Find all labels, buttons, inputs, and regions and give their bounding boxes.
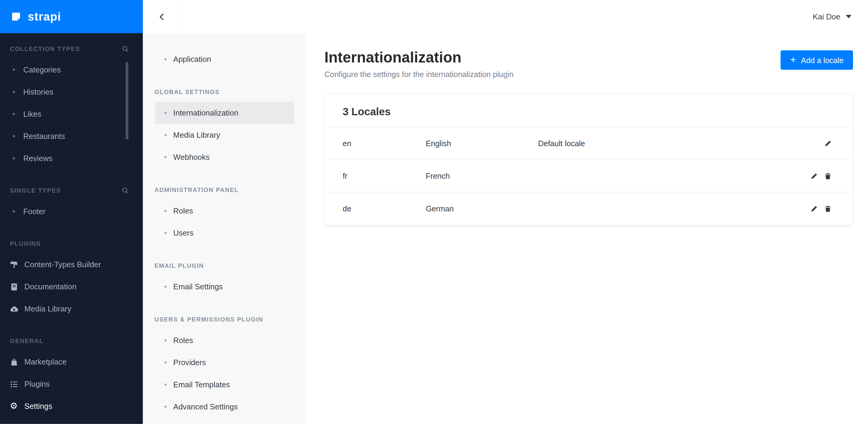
- locale-name: English: [426, 139, 538, 148]
- subnav-item-email-templates[interactable]: Email Templates: [155, 374, 294, 396]
- row-actions: [810, 172, 831, 180]
- sidebar-item-settings[interactable]: ⚙ Settings: [0, 395, 143, 417]
- subnav-item-label: Internationalization: [173, 108, 238, 118]
- subnav-item-up-roles[interactable]: Roles: [155, 329, 294, 352]
- sidebar-section-general: GENERAL Marketplace: [0, 335, 143, 417]
- sidebar-item-media-library[interactable]: Media Library: [0, 298, 143, 320]
- bullet-icon: [13, 157, 15, 159]
- search-icon[interactable]: [122, 187, 129, 194]
- subnav-item-advanced-settings[interactable]: Advanced Settings: [155, 396, 294, 418]
- subnav-item-label: Roles: [173, 206, 193, 215]
- topbar: Kai Doe: [143, 0, 868, 33]
- subnav-item-admin-users[interactable]: Users: [155, 222, 294, 244]
- subnav-item-label: Application: [173, 55, 211, 64]
- page-subtitle: Configure the settings for the internati…: [324, 70, 513, 79]
- sidebar-item-label: Documentation: [24, 282, 76, 291]
- edit-icon[interactable]: [810, 172, 818, 180]
- settings-subnav: Application GLOBAL SETTINGS Internationa…: [143, 33, 306, 424]
- sidebar-item-footer[interactable]: Footer: [0, 200, 143, 223]
- bullet-icon: [164, 405, 166, 407]
- sidebar-item-label: Marketplace: [24, 358, 66, 366]
- row-actions: [824, 140, 832, 147]
- bag-icon: [9, 358, 18, 366]
- section-header-single-types: SINGLE TYPES: [0, 185, 143, 196]
- sidebar-item-histories[interactable]: Histories: [0, 81, 143, 103]
- back-button[interactable]: [143, 0, 182, 33]
- edit-icon[interactable]: [824, 140, 832, 147]
- chevron-down-icon: [846, 15, 851, 18]
- sidebar-item-likes[interactable]: Likes: [0, 103, 143, 125]
- sidebar-item-documentation[interactable]: Documentation: [0, 276, 143, 298]
- right-panel: Kai Doe Application GLOBAL SETTINGS Inte…: [143, 0, 868, 424]
- locale-code: fr: [343, 172, 426, 181]
- locale-code: en: [343, 139, 426, 148]
- sidebar-item-marketplace[interactable]: Marketplace: [0, 351, 143, 373]
- user-menu[interactable]: Kai Doe: [813, 12, 868, 21]
- main-header: Internationalization Configure the setti…: [324, 49, 853, 79]
- search-icon[interactable]: [122, 45, 129, 53]
- sidebar-scrollbar[interactable]: [126, 62, 128, 139]
- sidebar-item-content-types-builder[interactable]: Content-Types Builder: [0, 254, 143, 276]
- sidebar-section-collection-types: COLLECTION TYPES Categories Histories: [0, 43, 143, 169]
- main-sidebar: strapi COLLECTION TYPES Categories: [0, 0, 143, 424]
- section-title: COLLECTION TYPES: [10, 45, 80, 52]
- bullet-icon: [164, 232, 166, 234]
- subnav-item-label: Providers: [173, 358, 206, 367]
- sidebar-item-categories[interactable]: Categories: [0, 59, 143, 81]
- subnav-item-label: Webhooks: [173, 153, 210, 162]
- sidebar-item-label: Footer: [23, 207, 46, 216]
- subnav-item-providers[interactable]: Providers: [155, 352, 294, 374]
- subnav-item-application[interactable]: Application: [155, 48, 294, 70]
- edit-icon[interactable]: [810, 205, 818, 213]
- gear-icon: ⚙: [9, 402, 18, 411]
- bullet-icon: [164, 286, 166, 288]
- locale-row-en: en English Default locale: [325, 127, 852, 160]
- subnav-item-label: Advanced Settings: [173, 402, 238, 411]
- subnav-item-label: Email Settings: [173, 282, 223, 291]
- sidebar-item-label: Reviews: [23, 154, 53, 163]
- delete-icon[interactable]: [824, 205, 832, 213]
- roller-icon: [9, 260, 18, 269]
- row-actions: [810, 205, 831, 213]
- bullet-icon: [164, 58, 166, 60]
- sidebar-item-restaurants[interactable]: Restaurants: [0, 125, 143, 147]
- bullet-icon: [164, 210, 166, 212]
- subnav-item-email-settings[interactable]: Email Settings: [155, 276, 294, 298]
- sidebar-item-plugins[interactable]: Plugins: [0, 373, 143, 395]
- user-name: Kai Doe: [813, 12, 840, 21]
- strapi-logo[interactable]: strapi: [0, 0, 143, 33]
- book-icon: [9, 282, 18, 291]
- locales-card-title: 3 Locales: [325, 94, 852, 127]
- subnav-item-label: Email Templates: [173, 380, 230, 389]
- add-locale-button[interactable]: + Add a locale: [781, 50, 853, 70]
- section-header-general: GENERAL: [0, 335, 143, 346]
- subnav-item-label: Media Library: [173, 131, 220, 139]
- add-locale-label: Add a locale: [801, 56, 844, 64]
- strapi-logo-text: strapi: [28, 10, 61, 23]
- bullet-icon: [13, 135, 15, 137]
- bullet-icon: [13, 69, 15, 71]
- section-header-plugins: PLUGINS: [0, 238, 143, 249]
- sidebar-item-reviews[interactable]: Reviews: [0, 147, 143, 169]
- subnav-item-admin-roles[interactable]: Roles: [155, 200, 294, 222]
- sidebar-nav: COLLECTION TYPES Categories Histories: [0, 33, 143, 424]
- bullet-icon: [164, 339, 166, 341]
- sidebar-item-label: Histories: [23, 87, 53, 96]
- subnav-item-internationalization[interactable]: Internationalization: [155, 102, 294, 124]
- section-title: GENERAL: [10, 337, 44, 344]
- delete-icon[interactable]: [824, 172, 832, 180]
- sidebar-section-single-types: SINGLE TYPES Footer: [0, 185, 143, 222]
- strapi-logo-icon: [11, 11, 22, 23]
- bullet-icon: [13, 210, 15, 212]
- locale-row-de: de German: [325, 192, 852, 225]
- sidebar-item-label: Media Library: [24, 304, 71, 313]
- sidebar-item-label: Plugins: [24, 380, 50, 389]
- subnav-item-webhooks[interactable]: Webhooks: [155, 146, 294, 168]
- locale-code: de: [343, 204, 426, 213]
- subnav-item-label: Users: [173, 229, 193, 237]
- app-window: strapi COLLECTION TYPES Categories: [0, 0, 868, 424]
- subnav-item-media-library[interactable]: Media Library: [155, 124, 294, 146]
- sidebar-item-label: Categories: [23, 65, 61, 74]
- title-block: Internationalization Configure the setti…: [324, 49, 513, 79]
- locale-row-fr: fr French: [325, 160, 852, 192]
